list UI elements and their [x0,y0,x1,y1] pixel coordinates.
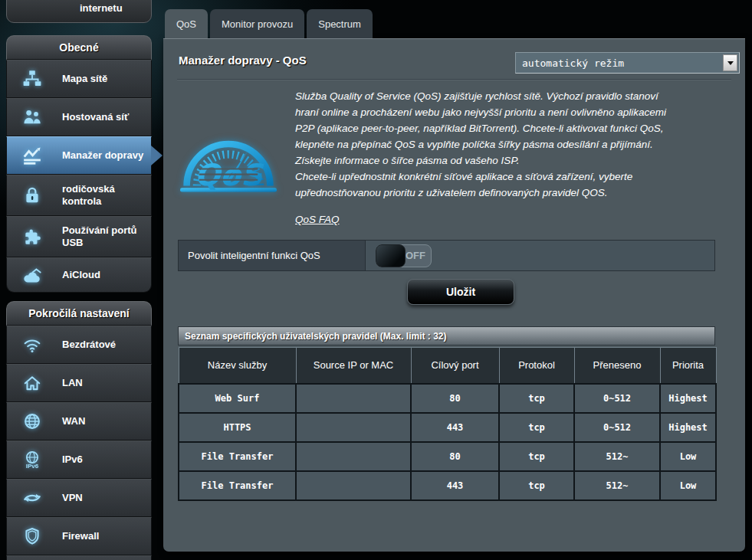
cloud-home-icon [19,265,45,285]
qos-description: Služba Quality of Service (QoS) zajišťuj… [295,88,682,228]
sidebar-item-wireless[interactable]: Bezdrátové [6,326,152,364]
qos-gauge-icon: QoS [180,114,277,208]
cell-protocol: tcp [499,384,574,413]
sidebar-item-label: Manažer dopravy [62,149,143,162]
cell-protocol: tcp [499,413,574,442]
rules-header-row: Název služby Source IP or MAC Cílový por… [179,348,716,384]
qos-faq-link[interactable]: QoS FAQ [295,211,340,228]
sidebar-item-label: AiCloud [62,269,100,281]
col-header-dest-port: Cílový port [411,348,499,384]
cell-priority: Low [660,471,716,500]
svg-text:IPv6: IPv6 [26,463,39,470]
home-icon [19,373,45,393]
network-map-icon [19,69,45,89]
title-separator [177,79,731,80]
rules-table-section: Seznam specifických uživatelských pravid… [178,326,715,501]
sidebar-section-advanced: Pokročilá nastavení Bezdrátové LAN WAN I… [6,301,152,560]
sidebar-section-general: Obecné Mapa sítě Hostovaná síť Manažer d… [6,35,152,293]
page: { "theme": { "accent_blue": "#35b7f0", "… [0,0,752,560]
sidebar-item-traffic-manager[interactable]: Manažer dopravy [6,136,152,175]
cell-priority: Highest [660,384,716,413]
sidebar-item-lan[interactable]: LAN [6,364,152,402]
wifi-icon [19,335,45,355]
main-panel: Manažer dopravy - QoS automatický režim … [163,38,745,552]
sidebar-item-partial[interactable] [6,555,152,560]
sidebar-item-label: LAN [62,377,83,389]
cell-protocol: tcp [499,442,574,471]
qos-enable-label: Povolit inteligentní funkci QoS [179,241,366,270]
chevron-down-icon [727,61,734,68]
cell-priority: Low [660,442,716,471]
sidebar-item-label: Hostovaná síť [62,111,129,123]
tab-traffic-monitor[interactable]: Monitor provozu [210,9,304,38]
cell-port: 80 [411,384,499,413]
qos-enable-cell: OFF [366,241,714,270]
table-row: File Transfer 80 tcp 512~ Low [179,442,716,471]
traffic-chart-icon [19,146,45,165]
quick-setup-label: internetu [80,2,123,14]
cell-transferred: 512~ [574,442,660,471]
sidebar-item-label: rodičovská kontrola [62,183,146,208]
cell-transferred: 512~ [574,471,660,500]
tab-bar: QoS Monitor provozu Spectrum [165,9,373,38]
cell-port: 443 [411,413,499,442]
qos-toggle-switch[interactable]: OFF [376,244,432,267]
select-arrow-button[interactable] [723,54,737,71]
sidebar-item-usb-application[interactable]: Používání portů USB [6,216,152,257]
guest-network-icon [19,107,45,127]
shield-icon [19,526,45,546]
lock-icon [19,185,45,205]
sidebar-item-vpn[interactable]: VPN [6,479,152,517]
cell-priority: Highest [660,413,716,442]
cell-service: Web Surf [179,384,296,413]
rules-table: Název služby Source IP or MAC Cílový por… [178,347,717,501]
sidebar-item-quick-internet-setup[interactable]: internetu [6,0,152,23]
sidebar-item-label: Firewall [62,530,99,542]
cell-service: HTTPS [179,413,296,442]
page-title: Manažer dopravy - QoS [179,54,307,67]
table-row: HTTPS 443 tcp 0~512 Highest [179,413,716,442]
rules-table-title: Seznam specifických uživatelských pravid… [178,326,715,345]
col-header-source: Source IP or MAC [296,348,411,384]
cell-transferred: 0~512 [574,413,660,442]
col-header-transferred: Přeneseno [574,348,660,384]
sidebar-item-guest-network[interactable]: Hostovaná síť [6,98,152,136]
table-row: File Transfer 443 tcp 512~ Low [179,471,716,500]
toggle-knob[interactable] [376,244,406,267]
globe-icon [19,411,45,431]
qos-mode-select[interactable]: automatický režim [515,52,740,74]
sidebar-item-network-map[interactable]: Mapa sítě [6,60,152,98]
save-button[interactable]: Uložit [407,279,514,305]
sidebar-item-firewall[interactable]: Firewall [6,517,152,555]
col-header-protocol: Protokol [499,348,574,384]
sidebar-item-label: Bezdrátové [62,339,116,351]
cell-port: 80 [411,442,499,471]
cell-service: File Transfer [179,471,296,500]
tab-qos[interactable]: QoS [165,9,208,38]
sidebar-item-wan[interactable]: WAN [6,402,152,440]
cell-source [296,471,411,500]
table-row: Web Surf 80 tcp 0~512 Highest [179,384,716,413]
cell-protocol: tcp [499,471,574,500]
col-header-service-name: Název služby [179,348,296,384]
qos-enable-row: Povolit inteligentní funkci QoS OFF [178,240,715,271]
cell-port: 443 [411,471,499,500]
qos-description-p3: Chcete-li upřednostnit konkrétní síťové … [295,169,682,201]
cell-service: File Transfer [179,442,296,471]
ipv6-globe-icon: IPv6 [19,450,45,470]
toggle-state-label: OFF [406,245,425,267]
cell-source [296,442,411,471]
sidebar-item-parental-control[interactable]: rodičovská kontrola [6,175,152,216]
sidebar-item-label: WAN [62,415,85,427]
sidebar-item-aicloud[interactable]: AiCloud [6,257,152,293]
tab-spectrum[interactable]: Spectrum [307,9,373,38]
qos-mode-selected-value: automatický režim [516,57,723,69]
sidebar-item-label: Používání portů USB [62,224,146,249]
qos-description-p1: Služba Quality of Service (QoS) zajišťuj… [295,88,682,152]
col-header-priority: Priorita [660,348,716,384]
sidebar-item-ipv6[interactable]: IPv6 IPv6 [6,440,152,479]
sidebar-item-label: IPv6 [62,454,83,466]
vpn-arrows-icon [19,488,45,508]
section-header-general: Obecné [6,35,152,60]
section-header-advanced: Pokročilá nastavení [6,301,152,326]
